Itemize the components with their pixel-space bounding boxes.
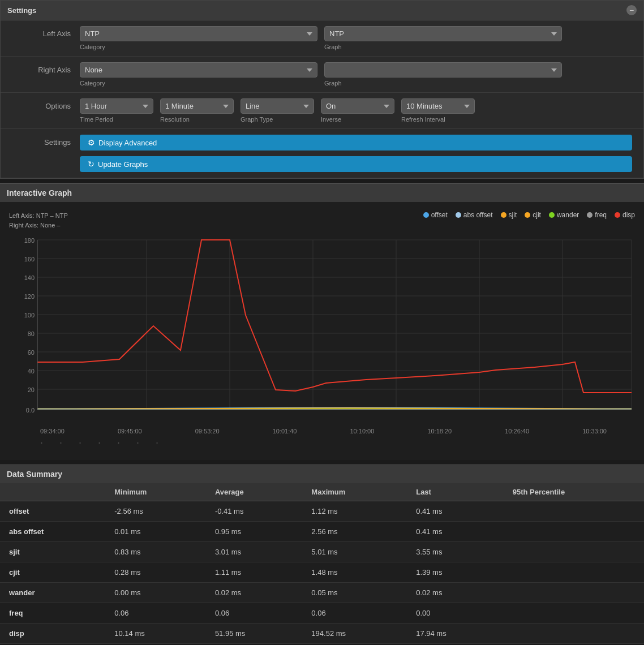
inverse-select[interactable]: On Off xyxy=(321,98,394,114)
legend-dot-freq xyxy=(587,212,593,218)
row-pct-freq xyxy=(504,603,644,624)
row-label-cjit: cjit xyxy=(0,562,105,583)
left-axis-graph-select[interactable]: NTP xyxy=(324,26,562,41)
graph-type-select[interactable]: Line Bar xyxy=(241,98,314,114)
svg-text:180: 180 xyxy=(24,237,35,244)
svg-text:0.0: 0.0 xyxy=(26,407,35,414)
refresh-interval-select[interactable]: 10 Minutes 5 Minutes 1 Minute Off xyxy=(401,98,475,114)
update-graphs-button[interactable]: ↻ Update Graphs xyxy=(80,156,632,172)
settings-panel: Settings − Left Axis NTP Category NTP Gr… xyxy=(0,0,644,179)
legend-label-disp: disp xyxy=(622,211,635,219)
update-graphs-label: Update Graphs xyxy=(98,160,148,169)
data-summary: Data Summary Minimum Average Maximum Las… xyxy=(0,465,644,644)
row-label-disp: disp xyxy=(0,624,105,644)
right-axis-graph-group: Graph xyxy=(324,62,562,87)
row-pct-wander xyxy=(504,583,644,603)
row-avg-disp: 51.95 ms xyxy=(206,624,302,644)
legend-offset: offset xyxy=(423,211,448,219)
x-label-0: 09:34:00 xyxy=(40,428,65,435)
minimize-button[interactable]: − xyxy=(626,5,637,15)
options-row: Options 1 Hour 2 Hours 6 Hours Time Peri… xyxy=(1,93,643,129)
legend-wander: wander xyxy=(549,211,579,219)
row-last-sjit: 3.55 ms xyxy=(407,542,503,562)
right-axis-category-select[interactable]: None xyxy=(80,62,317,78)
graph-type-label: Graph Type xyxy=(241,116,314,123)
legend-freq: freq xyxy=(587,211,607,219)
graph-type-group: Line Bar Graph Type xyxy=(241,98,314,123)
row-max-freq: 0.06 xyxy=(302,603,407,624)
right-axis-category-label: Category xyxy=(80,80,317,87)
resolution-select[interactable]: 1 Minute 5 Minutes xyxy=(160,98,234,114)
svg-text:60: 60 xyxy=(28,349,35,356)
legend-dot-sjit xyxy=(501,212,506,218)
table-row: cjit 0.28 ms 1.11 ms 1.48 ms 1.39 ms xyxy=(0,562,644,583)
graph-legend: offset abs offset sjit cjit wander freq … xyxy=(423,211,635,219)
row-last-abs offset: 0.41 ms xyxy=(407,522,503,542)
row-max-abs offset: 2.56 ms xyxy=(302,522,407,542)
right-axis-category-group: None Category xyxy=(80,62,317,87)
left-axis-row: Left Axis NTP Category NTP Graph xyxy=(1,20,643,57)
legend-dot-cjit xyxy=(525,212,530,218)
row-label-freq: freq xyxy=(0,603,105,624)
right-axis-graph-select[interactable] xyxy=(324,62,562,78)
svg-text:20: 20 xyxy=(28,386,35,393)
row-min-abs offset: 0.01 ms xyxy=(105,522,206,542)
col-header-percentile: 95th Percentile xyxy=(504,483,644,501)
left-axis-category-group: NTP Category xyxy=(80,26,317,50)
row-max-cjit: 1.48 ms xyxy=(302,562,407,583)
refresh-icon: ↻ xyxy=(88,160,95,169)
svg-text:80: 80 xyxy=(28,330,35,337)
col-header-minimum: Minimum xyxy=(105,483,206,501)
left-axis-category-select[interactable]: NTP xyxy=(80,26,317,41)
row-last-offset: 0.41 ms xyxy=(407,501,503,522)
table-row: abs offset 0.01 ms 0.95 ms 2.56 ms 0.41 … xyxy=(0,522,644,542)
col-header-average: Average xyxy=(206,483,302,501)
x-label-7: 10:33:00 xyxy=(582,428,607,435)
resolution-label: Resolution xyxy=(160,116,234,123)
row-label-sjit: sjit xyxy=(0,542,105,562)
row-pct-abs offset xyxy=(504,522,644,542)
row-max-wander: 0.05 ms xyxy=(302,583,407,603)
row-max-sjit: 5.01 ms xyxy=(302,542,407,562)
inverse-label: Inverse xyxy=(321,116,394,123)
row-last-disp: 17.94 ms xyxy=(407,624,503,644)
display-advanced-button[interactable]: ⚙ Display Advanced xyxy=(80,135,632,150)
right-axis-graph-label: Graph xyxy=(324,80,562,87)
gear-icon: ⚙ xyxy=(88,138,95,147)
row-label-offset: offset xyxy=(0,501,105,522)
time-period-label: Time Period xyxy=(80,116,153,123)
left-axis-label: Left Axis xyxy=(12,26,80,38)
settings-buttons-content: ⚙ Display Advanced ↻ Update Graphs xyxy=(80,135,632,172)
graph-container: Left Axis: NTP – NTP Right Axis: None – … xyxy=(0,202,644,460)
row-avg-offset: -0.41 ms xyxy=(206,501,302,522)
table-row: offset -2.56 ms -0.41 ms 1.12 ms 0.41 ms xyxy=(0,501,644,522)
inverse-group: On Off Inverse xyxy=(321,98,394,123)
svg-text:100: 100 xyxy=(24,312,35,319)
svg-text:120: 120 xyxy=(24,293,35,300)
right-axis-info: Right Axis: None – xyxy=(9,221,635,230)
row-min-disp: 10.14 ms xyxy=(105,624,206,644)
row-avg-abs offset: 0.95 ms xyxy=(206,522,302,542)
svg-text:140: 140 xyxy=(24,274,35,281)
row-avg-freq: 0.06 xyxy=(206,603,302,624)
left-axis-category-label: Category xyxy=(80,44,317,50)
legend-cjit: cjit xyxy=(525,211,541,219)
row-last-cjit: 1.39 ms xyxy=(407,562,503,583)
row-pct-offset xyxy=(504,501,644,522)
col-header-maximum: Maximum xyxy=(302,483,407,501)
time-period-group: 1 Hour 2 Hours 6 Hours Time Period xyxy=(80,98,153,123)
interactive-graph-title: Interactive Graph xyxy=(7,188,72,197)
legend-label-abs-offset: abs offset xyxy=(463,211,493,219)
data-summary-header: Data Summary xyxy=(0,465,644,483)
row-avg-cjit: 1.11 ms xyxy=(206,562,302,583)
disp-line xyxy=(37,240,632,393)
row-min-cjit: 0.28 ms xyxy=(105,562,206,583)
legend-label-sjit: sjit xyxy=(509,211,517,219)
row-label-abs offset: abs offset xyxy=(0,522,105,542)
table-row: sjit 0.83 ms 3.01 ms 5.01 ms 3.55 ms xyxy=(0,542,644,562)
x-label-3: 10:01:40 xyxy=(273,428,297,435)
time-period-select[interactable]: 1 Hour 2 Hours 6 Hours xyxy=(80,98,153,114)
row-last-wander: 0.02 ms xyxy=(407,583,503,603)
legend-label-wander: wander xyxy=(557,211,579,219)
settings-row-label: Settings xyxy=(12,135,80,147)
